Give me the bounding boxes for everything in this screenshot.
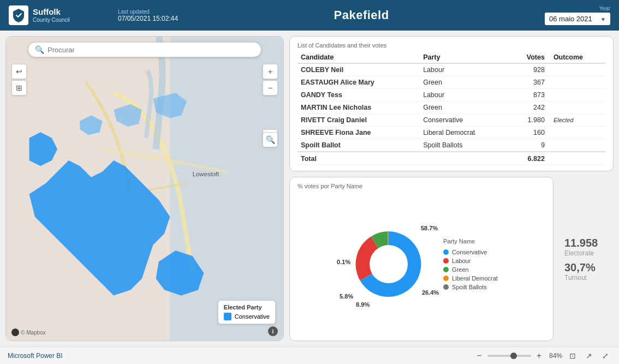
zoom-in-button[interactable]: + — [263, 64, 278, 79]
share-button[interactable]: ↗ — [583, 350, 595, 362]
legend-dot-libdem — [443, 276, 449, 281]
candidates-panel: List of Candidates and their votes Candi… — [289, 36, 614, 171]
search-icon: 🔍 — [35, 45, 44, 54]
zoom-thumb[interactable] — [510, 353, 517, 359]
search-input[interactable] — [47, 46, 254, 54]
logo-shield — [9, 5, 28, 25]
legend-color-conservative — [224, 313, 231, 320]
candidate-party: Liberal Democrat — [420, 127, 509, 139]
legend-dot-labour — [443, 258, 449, 264]
total-outcome — [550, 152, 605, 165]
map-container: Lowestoft 🔍 ↩ ⊞ + − ⊙ 🔍 — [6, 37, 283, 341]
legend-label-l: Labour — [452, 258, 471, 264]
legend-label-conservative: Conservative — [235, 313, 270, 320]
legend-item: Conservative — [224, 313, 270, 320]
page-title: Pakefield — [178, 8, 545, 22]
footer: Microsoft Power BI − + 84% ⊡ ↗ ⤢ — [0, 347, 619, 364]
candidate-name: GANDY Tess — [297, 89, 420, 102]
map-controls-left: ↩ ⊞ — [11, 64, 27, 96]
fullscreen-button[interactable]: ⤢ — [599, 350, 611, 362]
electorate-label: Electorate — [564, 249, 608, 257]
candidate-outcome — [550, 76, 605, 89]
svg-point-3 — [370, 245, 408, 283]
legend-row-libdem: Liberal Democrat — [443, 275, 498, 282]
zoom-out-button[interactable]: − — [263, 80, 278, 96]
mapbox-circle-icon — [11, 329, 19, 336]
col-outcome: Outcome — [550, 52, 605, 63]
table-row: RIVETT Craig Daniel Conservative 1.980 E… — [297, 114, 605, 127]
col-party: Party — [420, 52, 509, 63]
stats-panel: 11.958 Electorate 30,7% Turnout — [559, 177, 614, 341]
bottom-panel: % votes por Party Name — [289, 177, 614, 341]
year-select[interactable]: 06 maio 2021 — [545, 13, 610, 25]
map-magnify-button[interactable]: 🔍 — [263, 132, 278, 147]
donut-svg — [345, 220, 432, 308]
candidate-party: Green — [420, 102, 509, 114]
svg-text:Lowestoft: Lowestoft — [193, 171, 219, 177]
legend-label-ld: Liberal Democrat — [452, 275, 498, 282]
candidate-votes: 367 — [509, 76, 550, 89]
chart-label-89: 8.9% — [356, 301, 370, 308]
map-search[interactable]: 🔍 — [28, 42, 261, 57]
zoom-minus-button[interactable]: − — [474, 351, 484, 361]
table-row: EASTAUGH Alice Mary Green 367 — [297, 76, 605, 89]
candidate-votes: 242 — [509, 102, 550, 114]
zoom-bar: − + 84% — [474, 351, 562, 361]
legend-dot-green — [443, 267, 449, 272]
col-votes: Votes — [509, 52, 550, 63]
map-panel: Lowestoft 🔍 ↩ ⊞ + − ⊙ 🔍 — [5, 36, 284, 341]
chart-panel: % votes por Party Name — [289, 177, 553, 341]
table-total-row: Total 6.822 — [297, 152, 605, 165]
header: Suffolk County Council Last updated 07/0… — [0, 0, 619, 31]
header-logo: Suffolk County Council — [9, 5, 107, 25]
candidate-name: COLEBY Neil — [297, 63, 420, 76]
year-selector: Year 06 maio 2021 — [545, 5, 610, 25]
candidates-panel-title: List of Candidates and their votes — [297, 42, 605, 49]
table-row: Spoilt Ballot Spoilt Ballots 9 — [297, 139, 605, 152]
powerbi-link[interactable]: Microsoft Power BI — [8, 352, 63, 360]
right-panel: List of Candidates and their votes Candi… — [289, 36, 614, 341]
zoom-track[interactable] — [487, 355, 531, 357]
legend-row-conservative: Conservative — [443, 249, 498, 255]
map-controls-right: + − — [263, 64, 278, 96]
candidates-tbody: COLEBY Neil Labour 928 EASTAUGH Alice Ma… — [297, 63, 605, 165]
fit-screen-button[interactable]: ⊡ — [567, 350, 579, 362]
chart-label-26: 26.4% — [422, 289, 439, 296]
candidate-outcome — [550, 63, 605, 76]
candidate-name: MARTIN Lee Nicholas — [297, 102, 420, 114]
table-row: GANDY Tess Labour 873 — [297, 89, 605, 102]
candidate-party: Conservative — [420, 114, 509, 127]
table-header-row: Candidate Party Votes Outcome — [297, 52, 605, 63]
table-row: MARTIN Lee Nicholas Green 242 — [297, 102, 605, 114]
year-label: Year — [599, 5, 610, 11]
candidate-outcome — [550, 102, 605, 114]
legend-dot-spoilt — [443, 284, 449, 290]
main-content: Lowestoft 🔍 ↩ ⊞ + − ⊙ 🔍 — [0, 31, 619, 347]
map-frame-button[interactable]: ⊞ — [11, 80, 27, 96]
candidate-party: Labour — [420, 63, 509, 76]
year-select-wrapper[interactable]: 06 maio 2021 — [545, 13, 610, 25]
candidate-votes: 160 — [509, 127, 550, 139]
map-back-button[interactable]: ↩ — [11, 64, 27, 79]
table-row: SHREEVE Fiona Jane Liberal Democrat 160 — [297, 127, 605, 139]
electorate-value: 11.958 — [564, 237, 608, 249]
electorate-stat: 11.958 Electorate — [564, 237, 608, 257]
candidate-votes: 1.980 — [509, 114, 550, 127]
candidate-outcome — [550, 139, 605, 152]
total-label: Total — [297, 152, 509, 165]
zoom-plus-button[interactable]: + — [534, 351, 544, 361]
chart-legend: Party Name Conservative Labour Green — [443, 238, 498, 290]
table-row: COLEBY Neil Labour 928 — [297, 63, 605, 76]
turnout-value: 30,7% — [564, 261, 608, 274]
candidate-outcome — [550, 89, 605, 102]
candidate-party: Green — [420, 76, 509, 89]
legend-dot-conservative — [443, 249, 449, 255]
chart-label-01: 0.1% — [337, 259, 350, 265]
mapbox-logo: © Mapbox — [11, 329, 46, 336]
legend-row-spoilt: Spoilt Ballots — [443, 284, 498, 290]
donut-chart: 58.7% 26.4% 8.9% 5.8% 0.1% — [345, 220, 432, 308]
candidate-name: SHREEVE Fiona Jane — [297, 127, 420, 139]
candidate-party: Spoilt Ballots — [420, 139, 509, 152]
map-info-button[interactable]: i — [268, 326, 278, 336]
candidates-table: Candidate Party Votes Outcome COLEBY Nei… — [297, 52, 605, 165]
